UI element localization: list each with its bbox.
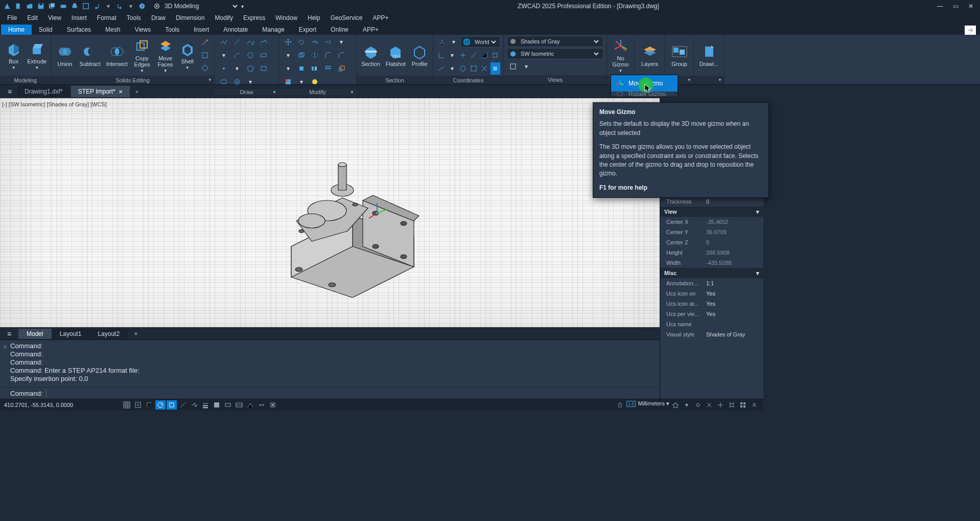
subtract-button[interactable]: Subtract [78,36,103,75]
sr7-icon[interactable] [727,400,737,410]
otrack-toggle-icon[interactable] [178,400,188,410]
solid-small1-icon[interactable] [199,36,211,49]
drawing-button[interactable]: Drawi... [697,36,721,75]
add-layout-button[interactable]: ＋ [128,328,144,339]
arc-icon[interactable] [231,49,243,61]
ucs-3-icon[interactable] [458,49,468,61]
sr5-icon[interactable] [704,400,714,410]
ucs-2-icon[interactable]: ▾ [447,49,457,61]
draw-dd-icon[interactable]: ▾ [218,49,230,61]
prop-value[interactable]: 36.9709 [704,229,763,235]
workspace-more-icon[interactable]: ▾ [241,4,244,9]
open-icon[interactable] [25,1,35,11]
cmd-close-icon[interactable]: ✕ [3,343,7,351]
maximize-button[interactable]: ▭ [948,1,963,11]
menu-dimension[interactable]: Dimension [171,13,210,22]
sr3-icon[interactable]: ▾ [682,400,692,410]
ellipse-icon[interactable] [218,76,230,88]
preview-icon[interactable] [81,1,91,11]
prop-row[interactable]: Center X-35.4652 [660,217,763,227]
gizmo-item-move[interactable]: Move Gizmo [611,75,678,92]
menu-geoservice[interactable]: GeoService [325,13,368,22]
donut-icon[interactable] [231,76,243,88]
redo-dd-icon[interactable]: ▾ [126,1,136,11]
array-icon[interactable] [322,62,334,75]
fillet-icon[interactable] [322,49,334,61]
prop-value[interactable]: Yes [704,290,763,297]
new-icon[interactable] [13,1,24,11]
box-button[interactable]: Box ▼ [3,36,25,75]
collapse-icon[interactable]: ▾ [756,209,759,215]
prop-value[interactable]: Shades of Gray [704,331,763,337]
section-button[interactable]: Section [360,36,382,75]
undo-icon[interactable] [92,1,102,11]
ucs-11-icon[interactable] [480,62,489,75]
layout-tab-layout2[interactable]: Layout2 [89,329,128,339]
draw-dd3-icon[interactable]: ▾ [244,76,256,88]
model-toggle-icon[interactable] [212,400,222,410]
new-doc-tab-button[interactable]: ＋ [131,87,143,96]
mod-dd1-icon[interactable]: ▾ [335,36,347,48]
sr8-icon[interactable] [738,400,748,410]
menu-app-[interactable]: APP+ [367,13,393,22]
prop-value[interactable]: Yes [704,301,763,307]
ucs-7-icon[interactable] [436,62,446,75]
doc-tab[interactable]: STEP Import*✕ [71,86,130,97]
ribbon-tab-app-[interactable]: APP+ [356,25,386,35]
ribbon-tab-solid[interactable]: Solid [32,25,60,35]
sc3-icon[interactable] [245,400,255,410]
layout-menu-icon[interactable]: ≡ [0,330,18,338]
prop-row[interactable]: Height288.5908 [660,247,763,258]
mod-dd4-icon[interactable]: ▾ [295,76,308,88]
circle-icon[interactable] [244,49,256,61]
menu-window[interactable]: Window [270,13,302,22]
save-icon[interactable] [36,1,46,11]
profile-button[interactable]: Profile [410,36,430,75]
prop-value[interactable]: Yes [704,311,763,317]
prop-value[interactable]: 288.5908 [704,250,763,256]
lwt-toggle-icon[interactable] [200,400,211,410]
prop-row[interactable]: Center Z0 [660,237,763,247]
scale-icon[interactable] [335,62,347,75]
menu-edit[interactable]: Edit [22,13,43,22]
ucs-combo[interactable]: 🌐World [460,36,500,48]
doc-tab[interactable]: Drawing1.dxf* [17,86,70,97]
shell-button[interactable]: Shell▼ [178,36,197,75]
app-logo-icon[interactable] [2,1,12,11]
collapse-icon[interactable]: ▾ [756,270,759,277]
menu-modify[interactable]: Modify [210,13,238,22]
ucs-9-icon[interactable] [458,62,468,75]
sc5-icon[interactable] [268,400,278,410]
point-icon[interactable] [218,62,230,75]
hatch-icon[interactable] [282,76,294,88]
union-button[interactable]: Union [54,36,76,75]
doc-tabs-menu-icon[interactable]: ≡ [2,87,17,96]
sc2-icon[interactable] [234,400,244,410]
trim-icon[interactable] [309,36,321,48]
menu-view[interactable]: View [43,13,66,22]
ribbon-tab-views[interactable]: Views [127,25,158,35]
visual-style-combo[interactable]: Shades of Gray [507,36,603,47]
layout-tab-model[interactable]: Model [18,329,52,339]
mirror-icon[interactable] [309,49,321,61]
snap-toggle-icon[interactable] [133,400,143,410]
ribbon-tab-home[interactable]: Home [1,25,32,35]
solid-small2-icon[interactable] [199,49,211,61]
ribbon-tab-mesh[interactable]: Mesh [98,25,127,35]
polygon-icon[interactable] [244,62,256,75]
prop-value[interactable]: -35.4652 [704,219,763,225]
prop-row[interactable]: Visual styleShades of Gray [660,329,763,339]
3dpoly-icon[interactable] [258,36,270,48]
props-header-view[interactable]: View▾ [660,207,763,217]
menu-insert[interactable]: Insert [66,13,92,22]
minimize-button[interactable]: — [933,1,947,11]
workspace-combo[interactable]: 3D Modeling [162,2,239,10]
polyline-icon[interactable] [218,36,230,48]
ucs-8-icon[interactable]: ▾ [447,62,457,75]
workspace-selector[interactable]: 3D Modeling ▾ [153,2,244,10]
menu-express[interactable]: Express [238,13,270,22]
ribbon-search-icon[interactable] [965,26,976,35]
ribbon-tab-export[interactable]: Export [292,25,324,35]
move-icon[interactable] [282,36,294,48]
mod-paint-icon[interactable] [295,62,308,75]
